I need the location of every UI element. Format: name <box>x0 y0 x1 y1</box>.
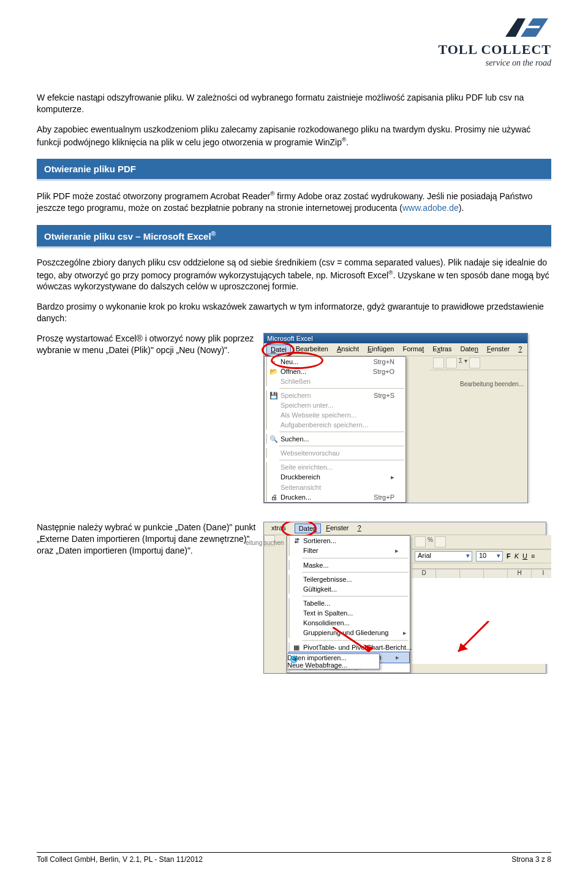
section2-p1: Poszczególne zbiory danych pliku csv odd… <box>37 257 551 292</box>
brand-name: TOLL COLLECT <box>438 42 551 57</box>
menu-item-pivot[interactable]: ▦PivotTable- und PivotChart-Bericht... <box>288 642 410 652</box>
heading-pdf: Otwieranie pliku PDF <box>37 159 551 181</box>
bold-button[interactable]: F <box>507 552 511 560</box>
menu-item-neu[interactable]: ▫Neu...Strg+N <box>266 357 405 367</box>
menu-item-text-spalten[interactable]: Text in Spalten... <box>288 608 410 618</box>
suchen-text: eitung suchen <box>246 539 284 546</box>
menu-item-gueltigkeit[interactable]: Gültigkeit... <box>288 584 410 594</box>
step1-row: Proszę wystartować Excel® i otworzyć now… <box>37 333 551 503</box>
menu-extras-2[interactable]: xtras <box>264 524 293 533</box>
menu-item-seite: Seite einrichten... <box>266 462 405 472</box>
menu-daten-2[interactable]: Daten <box>295 524 321 533</box>
excel2-toolbar: % <box>412 535 551 549</box>
submenu-webabfrage[interactable]: 🌐Neue Webabfrage... <box>287 661 379 669</box>
brand-tagline: service on the road <box>486 58 551 67</box>
menu-item-teilergebnisse[interactable]: Teilergebnisse... <box>288 574 410 584</box>
menu-format[interactable]: Format <box>399 345 428 354</box>
format-bar: Arial 10 F K U ≡ <box>412 549 551 563</box>
toolbar-icon[interactable] <box>446 357 457 368</box>
excel1-titlebar: Microsoft Excel <box>264 333 527 343</box>
section1-p1: Plik PDF może zostać otworzony programem… <box>37 189 551 213</box>
menu-help-2[interactable]: ? <box>354 524 365 533</box>
externe-daten-submenu: ➜Daten importieren... 🌐Neue Webabfrage..… <box>287 653 380 669</box>
excel2-menubar: xtras Daten Fenster ? <box>264 522 546 535</box>
menu-item-tabelle[interactable]: Tabelle... <box>288 598 410 608</box>
intro-p2: Aby zapobiec ewentualnym uszkodzeniom pl… <box>37 124 551 148</box>
menu-item-speichern-unter: Speichern unter... <box>266 400 405 410</box>
sort-icon: ⇵ <box>292 537 301 546</box>
toolbar-icon[interactable] <box>435 536 446 547</box>
menu-fenster[interactable]: Fenster <box>483 345 513 354</box>
menu-bearbeiten[interactable]: Bearbeiten <box>292 345 332 354</box>
footer-left: Toll Collect GmbH, Berlin, V 2.1, PL - S… <box>37 855 203 864</box>
menu-datei[interactable]: Datei <box>266 345 291 354</box>
menu-item-filter[interactable]: Filter▸ <box>288 546 410 556</box>
excel2-daten-menu: ⇵Sortieren... Filter▸ Maske... Teilergeb… <box>287 535 410 673</box>
menu-item-drucken[interactable]: 🖨Drucken...Strg+P <box>266 492 405 502</box>
section2-p2: Bardzo prosimy o wykonanie krok po kroku… <box>37 301 551 324</box>
menu-daten[interactable]: Daten <box>456 345 481 354</box>
menu-item-gruppierung[interactable]: Gruppierung und Gliederung▸ <box>288 628 410 638</box>
page-footer: Toll Collect GmbH, Berlin, V 2.1, PL - S… <box>37 852 551 864</box>
step2-text: Następnie należy wybrać w punkcie „Daten… <box>37 522 257 557</box>
menu-item-aufgaben: Aufgabenbereich speichern... <box>266 420 405 430</box>
menu-item-sortieren[interactable]: ⇵Sortieren... <box>288 536 410 546</box>
menu-item-schliessen: Schließen <box>266 376 405 386</box>
menu-item-konsolidieren[interactable]: Konsolidieren... <box>288 618 410 628</box>
open-icon: 📂 <box>270 368 278 376</box>
italic-button[interactable]: K <box>514 552 519 560</box>
menu-ansicht[interactable]: Ansicht <box>333 345 363 354</box>
menu-item-vorschau: Webseitenvorschau <box>266 448 405 458</box>
size-dropdown[interactable]: 10 <box>476 551 503 562</box>
excel1-file-menu: ▫Neu...Strg+N 📂Öffnen...Strg+O Schließen… <box>264 356 406 503</box>
pivot-icon: ▦ <box>292 644 301 652</box>
menu-item-als-webseite: Als Webseite speichern... <box>266 410 405 420</box>
menu-item-druckbereich[interactable]: Druckbereich▸ <box>266 472 405 482</box>
menu-item-maske[interactable]: Maske... <box>288 560 410 570</box>
toolbar-icon[interactable] <box>415 536 426 547</box>
menu-fenster-2[interactable]: Fenster <box>322 524 352 533</box>
web-icon: 🌐 <box>290 655 298 664</box>
footer-right: Strona 3 z 8 <box>511 855 551 864</box>
column-headers: D H I J K <box>412 569 551 578</box>
menu-extras[interactable]: Extras <box>429 345 455 354</box>
underline-button[interactable]: U <box>522 552 527 560</box>
save-icon: 💾 <box>270 392 278 400</box>
menu-einfuegen[interactable]: Einfügen <box>364 345 398 354</box>
print-icon: 🖨 <box>270 493 278 502</box>
menu-item-oeffnen[interactable]: 📂Öffnen...Strg+O <box>266 367 405 376</box>
menu-item-seitenansicht: Seitenansicht <box>266 482 405 492</box>
toolbar-icon[interactable] <box>433 357 444 368</box>
excel1-menubar: Datei Bearbeiten Ansicht Einfügen Format… <box>264 343 527 356</box>
menu-item-speichern: 💾SpeichernStrg+S <box>266 390 405 400</box>
bearbeitung-text: Bearbeitung beenden... <box>460 381 524 387</box>
font-dropdown[interactable]: Arial <box>415 551 472 562</box>
step2-row: Następnie należy wybrać w punkcie „Daten… <box>37 522 551 674</box>
excel-screenshot-2: xtras Daten Fenster ? <box>263 522 546 674</box>
menu-help[interactable]: ? <box>514 345 526 354</box>
search-icon: 🔍 <box>270 435 278 444</box>
logo-icon <box>502 12 551 42</box>
menu-item-suchen[interactable]: 🔍Suchen... <box>266 434 405 444</box>
excel1-toolbar: Σ ▾ <box>431 356 527 370</box>
toolbar-icon[interactable] <box>469 357 480 368</box>
intro-p1: W efekcie nastąpi odszyfrowanie pliku. W… <box>37 92 551 115</box>
excel-screenshot-1: Microsoft Excel Datei Bearbeiten Ansicht… <box>263 333 528 503</box>
submenu-daten-importieren[interactable]: ➜Daten importieren... <box>287 654 379 661</box>
new-icon: ▫ <box>270 358 278 367</box>
step1-text: Proszę wystartować Excel® i otworzyć now… <box>37 333 257 356</box>
brand-logo: TOLL COLLECT service on the road <box>438 12 551 68</box>
adobe-link[interactable]: www.adobe.de <box>402 203 459 213</box>
heading-csv: Otwieranie pliku csv – Microsoft Excel® <box>37 225 551 248</box>
